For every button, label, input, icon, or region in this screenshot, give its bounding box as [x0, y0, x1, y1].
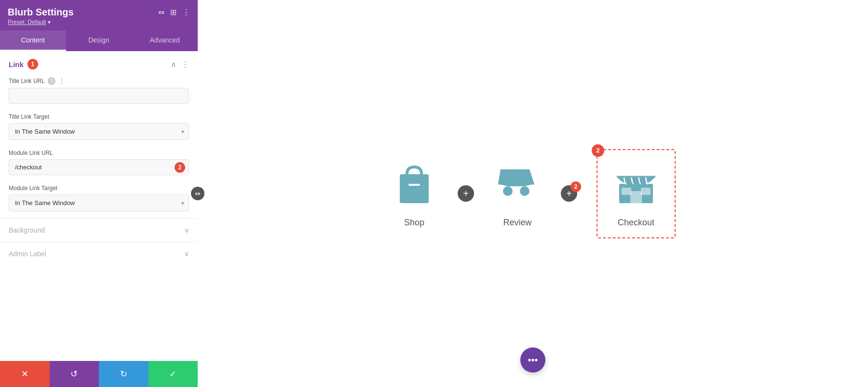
- chevron-up-icon[interactable]: ∧: [171, 60, 176, 69]
- svg-rect-7: [630, 191, 642, 203]
- title-link-url-wrap: [9, 88, 189, 104]
- section-more-icon[interactable]: ⋮: [181, 60, 189, 69]
- checkout-label: Checkout: [618, 218, 654, 228]
- preset-label: Preset: Default ▾: [8, 19, 190, 26]
- shop-label: Shop: [404, 218, 424, 228]
- floating-dots-icon: •••: [528, 355, 538, 366]
- cancel-button[interactable]: ✕: [0, 361, 50, 387]
- more-icon[interactable]: ⋮: [182, 8, 190, 17]
- tab-advanced[interactable]: Advanced: [132, 30, 198, 51]
- drag-handle[interactable]: ⇔: [191, 187, 204, 200]
- title-link-url-input[interactable]: [9, 88, 189, 104]
- sidebar-header: Blurb Settings ⇔ ⊞ ⋮ Preset: Default ▾: [0, 0, 198, 30]
- link-label: Link: [9, 60, 24, 69]
- review-icon: [493, 160, 542, 210]
- svg-rect-0: [400, 174, 429, 203]
- link-section-header: Link 1 ∧ ⋮: [0, 51, 198, 74]
- title-link-url-group: Title Link URL ? ⋮: [0, 74, 198, 111]
- tabs: Content Design Advanced: [0, 30, 198, 51]
- svg-point-3: [520, 186, 529, 196]
- undo-button[interactable]: ↺: [50, 361, 99, 387]
- review-label: Review: [503, 218, 531, 228]
- svg-rect-1: [408, 184, 420, 186]
- floating-menu-button[interactable]: •••: [520, 347, 545, 373]
- redo-button[interactable]: ↻: [99, 361, 149, 387]
- canvas-row: Shop + Review + 2 2: [227, 149, 839, 238]
- title-link-target-label: Title Link Target: [9, 113, 189, 120]
- title-link-target-group: Title Link Target In The Same Window In …: [0, 111, 198, 147]
- canvas: Shop + Review + 2 2: [198, 0, 868, 387]
- background-section[interactable]: Background ∨: [0, 218, 198, 242]
- section-header-icons: ∧ ⋮: [171, 60, 189, 69]
- background-chevron-icon: ∨: [184, 226, 189, 234]
- tab-content[interactable]: Content: [0, 30, 66, 51]
- module-link-url-group: Module Link URL 2: [0, 147, 198, 182]
- svg-point-2: [503, 186, 513, 196]
- sidebar-footer: ✕ ↺ ↻ ✓: [0, 361, 198, 387]
- title-link-url-label: Title Link URL ? ⋮: [9, 77, 189, 85]
- link-section-title: Link 1: [9, 59, 38, 69]
- module-link-url-label: Module Link URL: [9, 150, 189, 156]
- module-link-url-wrap: 2: [9, 159, 189, 175]
- checkout-badge: 2: [592, 144, 604, 157]
- module-link-badge: 2: [175, 162, 185, 173]
- sidebar-title: Blurb Settings: [8, 7, 74, 18]
- title-link-target-select[interactable]: In The Same Window In A New Tab: [9, 123, 189, 140]
- resize-icon[interactable]: ⇔: [158, 8, 164, 17]
- blurb-review: Review: [493, 160, 542, 228]
- blurb-checkout: 2: [597, 149, 676, 238]
- link-badge: 1: [27, 59, 38, 69]
- module-link-target-wrap: In The Same Window In A New Tab ▾: [9, 194, 189, 211]
- add-button-2-badge: 2: [570, 181, 581, 192]
- svg-rect-8: [622, 188, 631, 195]
- header-icons: ⇔ ⊞ ⋮: [158, 8, 190, 17]
- shop-icon: [390, 160, 438, 210]
- module-link-target-label: Module Link Target: [9, 185, 189, 192]
- sidebar-content: Link 1 ∧ ⋮ Title Link URL ? ⋮ Title Link…: [0, 51, 198, 361]
- admin-label-title: Admin Label: [9, 250, 46, 258]
- field-more-icon[interactable]: ⋮: [58, 77, 65, 85]
- title-link-target-wrap: In The Same Window In A New Tab ▾: [9, 123, 189, 140]
- grid-icon[interactable]: ⊞: [170, 8, 176, 17]
- module-link-url-input[interactable]: [9, 159, 189, 175]
- tab-design[interactable]: Design: [66, 30, 132, 51]
- module-link-target-select[interactable]: In The Same Window In A New Tab: [9, 194, 189, 211]
- sidebar: Blurb Settings ⇔ ⊞ ⋮ Preset: Default ▾ C…: [0, 0, 198, 387]
- save-button[interactable]: ✓: [149, 361, 198, 387]
- help-icon[interactable]: ?: [48, 77, 55, 85]
- background-title: Background: [9, 226, 45, 234]
- blurb-shop: Shop: [390, 160, 438, 228]
- svg-rect-9: [641, 188, 651, 195]
- add-button-1[interactable]: +: [458, 185, 474, 202]
- checkout-icon: [612, 160, 660, 210]
- admin-label-chevron-icon: ∨: [184, 250, 189, 258]
- admin-label-section[interactable]: Admin Label ∨: [0, 242, 198, 265]
- module-link-target-group: Module Link Target In The Same Window In…: [0, 182, 198, 218]
